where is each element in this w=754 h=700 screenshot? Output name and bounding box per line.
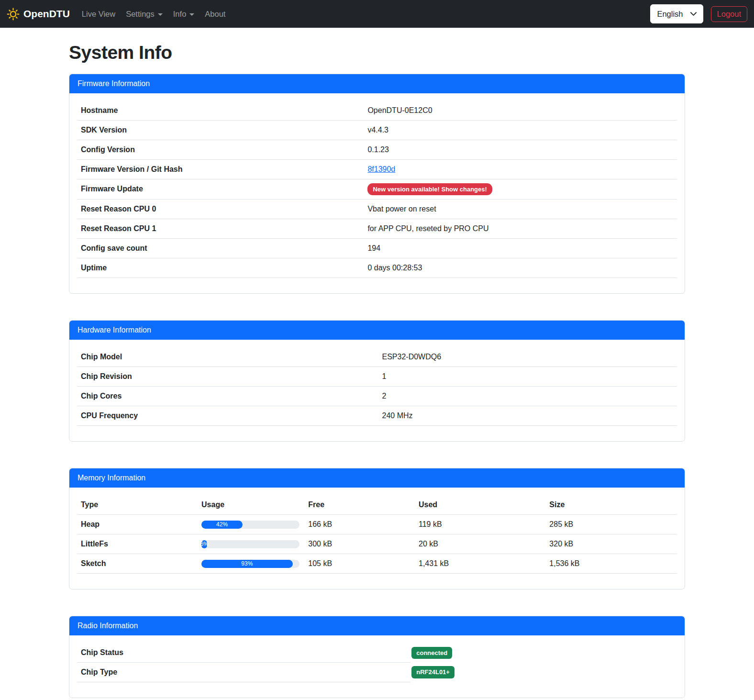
row-value: 2: [378, 387, 677, 406]
row-value: for APP CPU, reseted by PRO CPU: [364, 219, 677, 239]
table-row: Heap 42% 166 kB 119 kB 285 kB: [77, 515, 677, 534]
row-label: LittleFs: [77, 534, 198, 554]
nav-item-live-view[interactable]: Live View: [77, 4, 121, 24]
table-row: CPU Frequency 240 MHz: [77, 406, 677, 426]
used-value: 20 kB: [415, 534, 545, 554]
used-value: 1,431 kB: [415, 554, 545, 574]
table-row: SDK Version v4.4.3: [77, 120, 677, 140]
chevron-down-icon: [158, 13, 163, 16]
row-label: Uptime: [77, 258, 364, 278]
row-label: Config Version: [77, 140, 364, 159]
firmware-card-header: Firmware Information: [69, 74, 685, 93]
used-value: 119 kB: [415, 515, 545, 534]
row-value: 240 MHz: [378, 406, 677, 426]
row-value: 8f1390d: [364, 159, 677, 179]
chevron-down-icon: [189, 13, 194, 16]
navbar-right: English Logout: [650, 4, 747, 24]
table-row: Chip Model ESP32-D0WDQ6: [77, 347, 677, 367]
table-row: Reset Reason CPU 0 Vbat power on reset: [77, 200, 677, 219]
page-title: System Info: [69, 39, 685, 67]
progress-fill: 6%: [201, 540, 207, 548]
row-label: Sketch: [77, 554, 198, 574]
size-value: 320 kB: [545, 534, 677, 554]
usage-cell: 93%: [198, 554, 304, 574]
logout-button[interactable]: Logout: [711, 6, 747, 22]
hardware-card-header: Hardware Information: [69, 321, 685, 340]
table-row: LittleFs 6% 300 kB 20 kB 320 kB: [77, 534, 677, 554]
row-label: CPU Frequency: [77, 406, 378, 426]
row-label: Hostname: [77, 101, 364, 121]
memory-card-body: Type Usage Free Used Size Heap 42%: [69, 488, 685, 589]
column-header-size: Size: [545, 495, 677, 515]
column-header-free: Free: [304, 495, 415, 515]
row-label: Chip Model: [77, 347, 378, 367]
column-header-usage: Usage: [198, 495, 304, 515]
brand-link[interactable]: OpenDTU: [7, 6, 70, 22]
sketch-progress-bar: 93%: [201, 560, 299, 568]
row-label: Heap: [77, 515, 198, 534]
sun-icon: [7, 8, 20, 21]
row-label: Chip Type: [77, 663, 410, 682]
git-hash-link[interactable]: 8f1390d: [367, 165, 395, 173]
row-value: OpenDTU-0E12C0: [364, 101, 677, 121]
memory-card: Memory Information Type Usage Free Used …: [69, 468, 685, 589]
nav-item-label: Info: [173, 8, 187, 20]
column-header-type: Type: [77, 495, 198, 515]
nav-item-about[interactable]: About: [200, 4, 231, 24]
language-selected-value: English: [657, 8, 683, 20]
row-value: Vbat power on reset: [364, 200, 677, 219]
hardware-card-body: Chip Model ESP32-D0WDQ6 Chip Revision 1 …: [69, 340, 685, 441]
table-row: Firmware Version / Git Hash 8f1390d: [77, 159, 677, 179]
littlefs-progress-bar: 6%: [201, 540, 299, 548]
progress-fill: 42%: [201, 521, 243, 529]
nav-item-settings[interactable]: Settings: [121, 4, 168, 24]
row-label: Firmware Version / Git Hash: [77, 159, 364, 179]
free-value: 300 kB: [304, 534, 415, 554]
table-row: Chip Status connected: [77, 643, 677, 663]
radio-card-header: Radio Information: [69, 616, 685, 635]
hardware-card: Hardware Information Chip Model ESP32-D0…: [69, 320, 685, 442]
row-label: Chip Cores: [77, 387, 378, 406]
table-row: Hostname OpenDTU-0E12C0: [77, 101, 677, 121]
row-value: ESP32-D0WDQ6: [378, 347, 677, 367]
table-row: Config Version 0.1.23: [77, 140, 677, 159]
brand-text: OpenDTU: [23, 6, 70, 22]
table-header-row: Type Usage Free Used Size: [77, 495, 677, 515]
usage-cell: 42%: [198, 515, 304, 534]
column-header-used: Used: [415, 495, 545, 515]
row-label: Firmware Update: [77, 179, 364, 200]
table-row: Firmware Update New version available! S…: [77, 179, 677, 200]
nav-item-info[interactable]: Info: [168, 4, 200, 24]
firmware-update-badge[interactable]: New version available! Show changes!: [367, 183, 492, 196]
chevron-down-icon: [690, 12, 697, 16]
row-value: 0.1.23: [364, 140, 677, 159]
row-value: connected: [410, 643, 677, 663]
table-row: Chip Type nRF24L01+: [77, 663, 677, 682]
table-row: Uptime 0 days 00:28:53: [77, 258, 677, 278]
firmware-card-body: Hostname OpenDTU-0E12C0 SDK Version v4.4…: [69, 93, 685, 294]
firmware-card: Firmware Information Hostname OpenDTU-0E…: [69, 74, 685, 294]
language-select[interactable]: English: [650, 4, 703, 24]
radio-card: Radio Information Chip Status connected …: [69, 616, 685, 698]
radio-card-body: Chip Status connected Chip Type nRF24L01…: [69, 635, 685, 698]
row-value: 0 days 00:28:53: [364, 258, 677, 278]
row-value: New version available! Show changes!: [364, 179, 677, 200]
row-label: SDK Version: [77, 120, 364, 140]
row-label: Reset Reason CPU 0: [77, 200, 364, 219]
table-row: Chip Revision 1: [77, 367, 677, 387]
nav-links: Live View Settings Info About: [77, 4, 651, 24]
row-value: v4.4.3: [364, 120, 677, 140]
navbar: OpenDTU Live View Settings Info About En…: [0, 0, 754, 28]
chip-type-badge: nRF24L01+: [411, 666, 455, 678]
row-label: Chip Revision: [77, 367, 378, 387]
heap-progress-bar: 42%: [201, 521, 299, 529]
size-value: 285 kB: [545, 515, 677, 534]
table-row: Config save count 194: [77, 239, 677, 258]
row-label: Chip Status: [77, 643, 410, 663]
nav-item-label: Live View: [82, 8, 115, 20]
usage-cell: 6%: [198, 534, 304, 554]
nav-item-label: About: [205, 8, 225, 20]
row-label: Config save count: [77, 239, 364, 258]
nav-item-label: Settings: [126, 8, 155, 20]
memory-card-header: Memory Information: [69, 468, 685, 488]
